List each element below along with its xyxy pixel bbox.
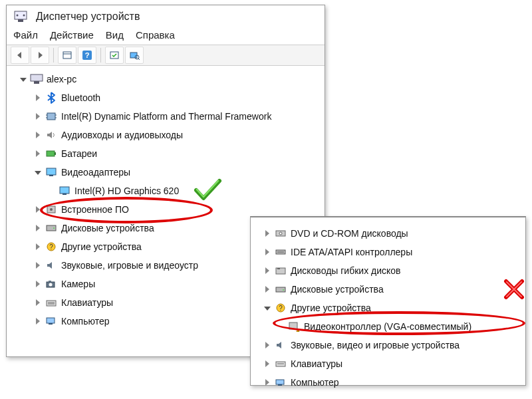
tree-item-ide[interactable]: IDE ATA/ATAPI контроллеры <box>253 243 523 261</box>
expand-toggle[interactable] <box>33 93 43 102</box>
toolbar-separator <box>100 48 101 63</box>
expand-toggle[interactable] <box>263 378 272 387</box>
node-label: Видеоадаптеры <box>61 167 130 178</box>
node-label: Компьютер <box>61 316 109 327</box>
tree-item-vga-controller[interactable]: ! Видеоконтроллер (VGA-совместимый) <box>253 317 523 336</box>
menu-help[interactable]: Справка <box>136 29 175 41</box>
tree-item-disks-2[interactable]: Дисковые устройства <box>253 280 523 299</box>
disk-icon <box>44 221 59 235</box>
tree-item-optical[interactable]: DVD и CD-ROM дисководы <box>253 224 523 243</box>
tree-item-platform[interactable]: Intel(R) Dynamic Platform and Thermal Fr… <box>9 107 322 126</box>
menu-view[interactable]: Вид <box>106 29 124 41</box>
svg-rect-1 <box>18 19 23 22</box>
tree-item-other-devices-2[interactable]: ? Другие устройства <box>253 299 523 317</box>
audio-icon <box>44 128 59 142</box>
node-label: DVD и CD-ROM дисководы <box>291 228 408 239</box>
svg-rect-33 <box>49 281 51 282</box>
expand-toggle[interactable] <box>33 317 43 326</box>
tree-item-batteries[interactable]: Батареи <box>9 144 322 163</box>
forward-button[interactable] <box>31 47 49 64</box>
firmware-icon <box>44 203 59 216</box>
expand-toggle[interactable] <box>19 74 28 84</box>
expand-toggle[interactable] <box>263 266 272 275</box>
node-label: Батареи <box>61 148 97 159</box>
back-button[interactable] <box>11 47 29 64</box>
expand-toggle[interactable] <box>33 168 43 177</box>
update-driver-button[interactable] <box>125 47 144 64</box>
expand-toggle[interactable] <box>263 247 272 257</box>
node-label: Другие устройства <box>291 303 371 313</box>
camera-icon <box>44 277 59 291</box>
svg-rect-38 <box>49 323 53 325</box>
svg-rect-49 <box>289 323 297 329</box>
tree-item-display-adapters[interactable]: Видеоадаптеры <box>9 163 322 182</box>
node-label: Дисковые устройства <box>291 284 384 295</box>
svg-rect-53 <box>276 380 284 384</box>
unknown-icon: ? <box>273 301 288 315</box>
tree-item-bluetooth[interactable]: Bluetooth <box>9 88 322 107</box>
svg-text:?: ? <box>49 243 53 251</box>
sound-icon <box>44 259 59 272</box>
svg-rect-4 <box>63 52 71 59</box>
keyboard-icon <box>44 296 59 309</box>
svg-point-3 <box>23 15 25 17</box>
display-icon <box>44 166 59 179</box>
expand-toggle[interactable] <box>33 279 43 289</box>
tree-item-sound-2[interactable]: Звуковые, видео и игровые устройства <box>253 336 523 354</box>
expand-toggle[interactable] <box>33 261 43 270</box>
optical-icon <box>273 227 288 240</box>
expand-toggle[interactable] <box>33 149 43 158</box>
expand-toggle[interactable] <box>263 285 272 294</box>
node-label: Звуковые, видео и игровые устройства <box>291 340 460 350</box>
node-label: Звуковые, игровые и видеоустр <box>61 260 198 271</box>
tree-root[interactable]: alex-pc <box>9 70 322 88</box>
svg-rect-13 <box>34 81 39 84</box>
disk-icon <box>273 283 288 296</box>
expand-toggle[interactable] <box>263 359 272 368</box>
svg-rect-45 <box>276 287 285 292</box>
expand-toggle[interactable] <box>33 205 43 214</box>
tree-item-audio-io[interactable]: Аудиовходы и аудиовыходы <box>9 126 322 144</box>
help-button[interactable]: ? <box>78 47 96 64</box>
unknown-icon: ? <box>44 240 59 253</box>
svg-rect-37 <box>47 318 55 323</box>
tree-item-floppy[interactable]: Дисководы гибких дисков <box>253 261 523 280</box>
titlebar: Диспетчер устройств <box>7 5 325 28</box>
bluetooth-icon <box>44 91 59 104</box>
menu-file[interactable]: Файл <box>13 29 38 41</box>
node-label: Компьютер <box>291 377 338 388</box>
svg-line-11 <box>138 59 140 60</box>
menu-action[interactable]: Действие <box>50 29 94 41</box>
floppy-icon <box>273 264 288 277</box>
node-label: Клавиатуры <box>291 358 342 369</box>
root-label: alex-pc <box>47 74 76 84</box>
svg-text:?: ? <box>279 305 283 312</box>
expand-toggle[interactable] <box>33 130 43 140</box>
keyboard-icon <box>273 357 288 370</box>
expand-toggle[interactable] <box>33 298 43 307</box>
svg-rect-54 <box>278 384 282 386</box>
svg-rect-20 <box>55 152 56 155</box>
expand-toggle[interactable] <box>33 112 43 121</box>
tree-item-computer-2[interactable]: Компьютер <box>253 373 523 392</box>
svg-point-32 <box>49 283 53 287</box>
properties-button[interactable] <box>58 47 76 64</box>
warning-icon: ! <box>287 320 301 333</box>
sound-icon <box>273 338 288 352</box>
tree-item-keyboards-2[interactable]: Клавиатуры <box>253 354 523 373</box>
svg-rect-14 <box>47 113 55 120</box>
svg-rect-19 <box>47 151 55 156</box>
battery-icon <box>44 147 59 160</box>
expand-toggle[interactable] <box>263 229 272 238</box>
expand-toggle[interactable] <box>33 223 43 233</box>
svg-rect-44 <box>277 268 280 269</box>
node-label: Intel(R) HD Graphics 620 <box>74 186 179 196</box>
node-label: IDE ATA/ATAPI контроллеры <box>291 247 412 257</box>
node-label: Видеоконтроллер (VGA-совместимый) <box>304 321 471 332</box>
tree-item-hd-graphics[interactable]: Intel(R) HD Graphics 620 <box>9 182 322 200</box>
expand-toggle[interactable] <box>263 340 272 350</box>
device-tree-secondary: DVD и CD-ROM дисководы IDE ATA/ATAPI кон… <box>251 217 525 396</box>
expand-toggle[interactable] <box>263 303 272 313</box>
scan-hardware-button[interactable] <box>105 47 124 64</box>
expand-toggle[interactable] <box>33 242 43 251</box>
